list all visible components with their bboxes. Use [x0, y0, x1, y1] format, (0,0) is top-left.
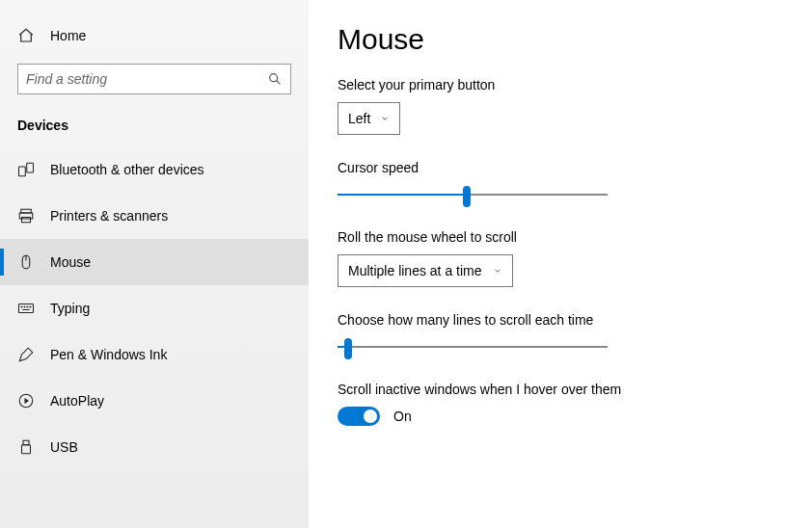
- main-content: Mouse Select your primary button Left Cu…: [309, 0, 812, 528]
- keyboard-icon: [17, 300, 35, 317]
- slider-fill: [338, 194, 467, 196]
- cursor-speed-label: Cursor speed: [338, 160, 783, 175]
- primary-button-dropdown[interactable]: Left: [338, 102, 400, 135]
- svg-rect-5: [22, 218, 31, 223]
- svg-rect-16: [22, 445, 31, 454]
- sidebar-item-usb[interactable]: USB: [0, 424, 309, 470]
- mouse-icon: [17, 253, 35, 271]
- home-link[interactable]: Home: [0, 27, 309, 64]
- section-title: Devices: [0, 118, 309, 146]
- sidebar-item-typing[interactable]: Typing: [0, 285, 309, 331]
- chevron-down-icon: [380, 114, 390, 123]
- sidebar-item-pen[interactable]: Pen & Windows Ink: [0, 331, 309, 378]
- sidebar-item-label: Printers & scanners: [50, 208, 168, 224]
- slider-track: [338, 346, 608, 348]
- toggle-knob: [364, 409, 377, 423]
- wheel-scroll-label: Roll the mouse wheel to scroll: [338, 229, 783, 245]
- pen-icon: [17, 346, 35, 363]
- sidebar-item-label: Typing: [50, 301, 90, 316]
- svg-point-0: [270, 74, 278, 82]
- sidebar: Home Devices Bluetooth & other devices: [0, 0, 309, 528]
- page-title: Mouse: [338, 23, 783, 56]
- dropdown-value: Left: [348, 111, 370, 126]
- toggle-state-label: On: [393, 409, 412, 424]
- slider-thumb[interactable]: [463, 186, 471, 207]
- primary-button-label: Select your primary button: [338, 77, 783, 92]
- autoplay-icon: [17, 392, 35, 409]
- svg-point-11: [27, 306, 28, 307]
- svg-point-9: [21, 306, 22, 307]
- dropdown-value: Multiple lines at a time: [348, 263, 482, 278]
- chevron-down-icon: [493, 266, 502, 276]
- usb-icon: [17, 438, 35, 456]
- search-icon: [267, 71, 283, 87]
- sidebar-item-mouse[interactable]: Mouse: [0, 239, 309, 285]
- home-label: Home: [50, 28, 86, 43]
- lines-scroll-label: Choose how many lines to scroll each tim…: [338, 312, 783, 328]
- svg-rect-2: [27, 163, 34, 172]
- wheel-scroll-dropdown[interactable]: Multiple lines at a time: [338, 254, 513, 287]
- sidebar-item-printers[interactable]: Printers & scanners: [0, 193, 309, 239]
- cursor-speed-slider[interactable]: [338, 185, 608, 204]
- sidebar-item-label: Mouse: [50, 254, 91, 270]
- sidebar-item-label: Pen & Windows Ink: [50, 347, 167, 362]
- svg-point-10: [24, 306, 25, 307]
- sidebar-item-autoplay[interactable]: AutoPlay: [0, 378, 309, 424]
- search-input[interactable]: [26, 71, 267, 87]
- inactive-scroll-label: Scroll inactive windows when I hover ove…: [338, 382, 783, 397]
- svg-rect-3: [21, 209, 32, 213]
- lines-scroll-setting: Choose how many lines to scroll each tim…: [338, 312, 783, 356]
- svg-rect-1: [19, 167, 26, 176]
- sidebar-item-label: AutoPlay: [50, 393, 104, 409]
- svg-rect-8: [19, 304, 34, 313]
- search-box[interactable]: [17, 64, 291, 94]
- sidebar-item-bluetooth[interactable]: Bluetooth & other devices: [0, 146, 309, 193]
- svg-rect-15: [23, 440, 29, 445]
- lines-scroll-slider[interactable]: [338, 337, 608, 356]
- inactive-scroll-setting: Scroll inactive windows when I hover ove…: [338, 382, 783, 426]
- primary-button-setting: Select your primary button Left: [338, 77, 783, 135]
- sidebar-item-label: USB: [50, 439, 78, 455]
- sidebar-item-label: Bluetooth & other devices: [50, 162, 204, 177]
- slider-thumb[interactable]: [344, 338, 352, 359]
- home-icon: [17, 27, 35, 44]
- svg-point-12: [30, 306, 31, 307]
- wheel-scroll-setting: Roll the mouse wheel to scroll Multiple …: [338, 229, 783, 287]
- bluetooth-icon: [17, 161, 35, 178]
- inactive-scroll-toggle[interactable]: [338, 407, 380, 426]
- printer-icon: [17, 207, 35, 224]
- cursor-speed-setting: Cursor speed: [338, 160, 783, 204]
- search-wrap: [17, 64, 291, 94]
